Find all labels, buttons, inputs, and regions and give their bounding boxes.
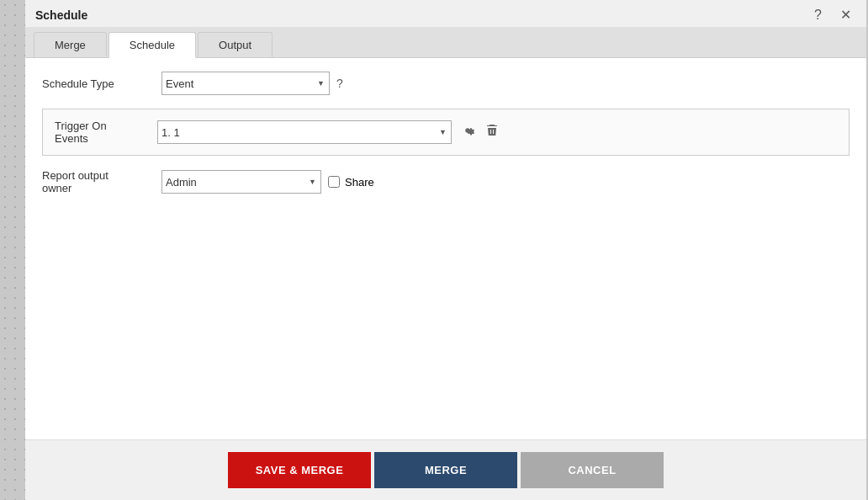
share-label[interactable]: Share [345, 176, 374, 189]
trigger-events-label: Trigger On Events [55, 120, 147, 145]
report-output-owner-label: Report output owner [42, 169, 151, 194]
schedule-type-label: Schedule Type [42, 77, 151, 90]
owner-select-wrapper: Admin User1 User2 [161, 170, 321, 194]
trigger-events-box: Trigger On Events 1. 1 1. 2 1. 3 [42, 109, 849, 156]
schedule-type-row: Schedule Type Event Daily Weekly Monthly… [42, 72, 849, 95]
save-merge-button[interactable]: SAVE & MERGE [228, 452, 371, 488]
schedule-dialog: Schedule ? ✕ Merge Schedule Output Sched… [25, 0, 866, 500]
title-bar: Schedule ? ✕ [25, 0, 866, 27]
trigger-select[interactable]: 1. 1 1. 2 1. 3 [157, 120, 452, 144]
report-output-owner-row: Report output owner Admin User1 User2 Sh… [42, 169, 849, 194]
help-button[interactable]: ? [809, 7, 827, 24]
trigger-settings-button[interactable] [458, 121, 477, 143]
merge-button[interactable]: MERGE [374, 452, 517, 488]
trash-icon [485, 124, 499, 137]
trigger-controls: 1. 1 1. 2 1. 3 [157, 120, 500, 144]
trigger-delete-button[interactable] [484, 122, 500, 142]
tab-content: Schedule Type Event Daily Weekly Monthly… [25, 58, 866, 439]
tab-merge[interactable]: Merge [34, 32, 107, 57]
report-output-owner-controls: Admin User1 User2 Share [161, 170, 374, 194]
trigger-events-row: Trigger On Events 1. 1 1. 2 1. 3 [55, 120, 837, 145]
schedule-type-help-icon[interactable]: ? [336, 77, 343, 90]
share-checkbox[interactable] [328, 176, 340, 188]
close-button[interactable]: ✕ [835, 7, 856, 24]
owner-select[interactable]: Admin User1 User2 [161, 170, 321, 194]
cancel-button[interactable]: CANCEL [521, 452, 664, 488]
title-bar-actions: ? ✕ [809, 7, 856, 24]
action-bar: SAVE & MERGE MERGE CANCEL [25, 439, 866, 500]
schedule-type-controls: Event Daily Weekly Monthly ? [161, 72, 343, 95]
tab-schedule[interactable]: Schedule [108, 32, 196, 58]
gear-icon [460, 123, 475, 138]
tab-bar: Merge Schedule Output [25, 27, 866, 58]
share-checkbox-group: Share [328, 176, 374, 189]
schedule-type-select-wrapper: Event Daily Weekly Monthly [161, 72, 330, 95]
dialog-title: Schedule [35, 8, 87, 22]
trigger-select-wrapper: 1. 1 1. 2 1. 3 [157, 120, 452, 144]
schedule-type-select[interactable]: Event Daily Weekly Monthly [161, 72, 330, 95]
tab-output[interactable]: Output [198, 32, 273, 57]
